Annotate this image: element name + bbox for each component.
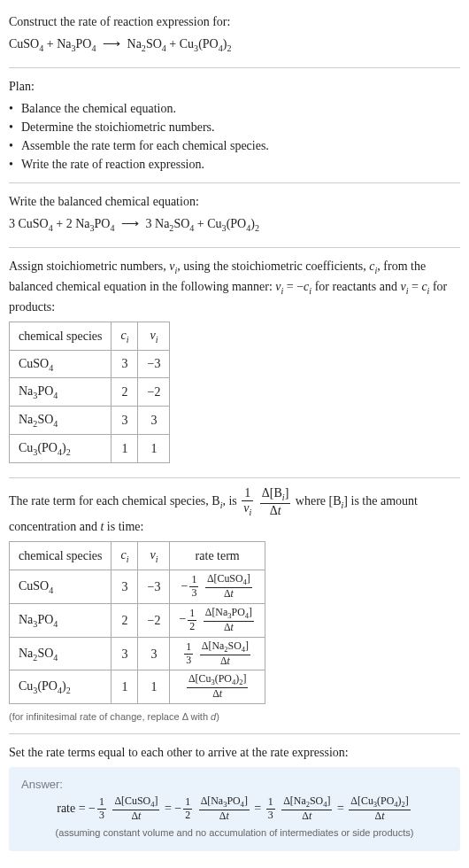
cell-rate: −12 Δ[Na3PO4]Δt xyxy=(170,603,265,637)
table-row: Cu3(PO4)2 1 1 xyxy=(10,435,170,463)
cell-species: CuSO4 xyxy=(10,350,111,378)
answer-expression: rate = −13 Δ[CuSO4]Δt = −12 Δ[Na3PO4]Δt … xyxy=(21,796,448,822)
cell-rate: −13 Δ[CuSO4]Δt xyxy=(170,570,265,603)
divider xyxy=(9,182,460,183)
cell-vi: −3 xyxy=(138,350,170,378)
bullet-icon: • xyxy=(9,118,18,136)
stoich-intro: Assign stoichiometric numbers, νi, using… xyxy=(9,257,460,316)
bullet-icon: • xyxy=(9,136,18,155)
rateterm-intro: The rate term for each chemical species,… xyxy=(9,487,460,536)
answer-box: Answer: rate = −13 Δ[CuSO4]Δt = −12 Δ[Na… xyxy=(9,767,460,851)
col-species: chemical species xyxy=(10,322,111,350)
cell-vi: −2 xyxy=(138,603,170,637)
final-section: Set the rate terms equal to each other t… xyxy=(9,738,460,856)
cell-ci: 3 xyxy=(111,350,138,378)
plan-section: Plan: •Balance the chemical equation. •D… xyxy=(9,72,460,179)
cell-vi: 3 xyxy=(138,407,170,435)
answer-label: Answer: xyxy=(21,776,448,794)
table-row: Na2SO4 3 3 xyxy=(10,407,170,435)
cell-species: CuSO4 xyxy=(10,570,111,603)
divider xyxy=(9,247,460,248)
col-ci: ci xyxy=(111,322,138,350)
plan-item-text: Balance the chemical equation. xyxy=(21,99,176,118)
cell-ci: 3 xyxy=(111,407,138,435)
stoich-table: chemical species ci νi CuSO4 3 −3 Na3PO4… xyxy=(9,322,170,464)
table-row: chemical species ci νi xyxy=(10,322,170,350)
bullet-icon: • xyxy=(9,99,18,118)
table-row: chemical species ci νi rate term xyxy=(10,542,265,570)
final-intro: Set the rate terms equal to each other t… xyxy=(9,743,460,762)
cell-ci: 3 xyxy=(111,637,138,670)
cell-rate: Δ[Cu3(PO4)2]Δt xyxy=(170,670,265,704)
col-rate: rate term xyxy=(170,542,265,570)
cell-ci: 1 xyxy=(111,435,138,463)
problem-equation: CuSO4 + Na3PO4 ⟶ Na2SO4 + Cu3(PO4)2 xyxy=(9,35,460,55)
problem-prompt: Construct the rate of reaction expressio… xyxy=(9,12,460,31)
rate-table: chemical species ci νi rate term CuSO4 3… xyxy=(9,541,265,704)
divider xyxy=(9,67,460,68)
cell-ci: 1 xyxy=(111,670,138,704)
rateterm-section: The rate term for each chemical species,… xyxy=(9,482,460,730)
plan-item-text: Write the rate of reaction expression. xyxy=(21,155,204,174)
balanced-equation: 3 CuSO4 + 2 Na3PO4 ⟶ 3 Na2SO4 + Cu3(PO4)… xyxy=(9,214,460,235)
cell-species: Na2SO4 xyxy=(10,637,111,670)
table-row: CuSO4 3 −3 xyxy=(10,350,170,378)
cell-ci: 3 xyxy=(111,570,138,603)
plan-item: •Balance the chemical equation. xyxy=(9,99,460,118)
stoich-section: Assign stoichiometric numbers, νi, using… xyxy=(9,252,460,474)
cell-species: Cu3(PO4)2 xyxy=(10,670,111,704)
col-ci: ci xyxy=(111,542,138,570)
plan-item-text: Assemble the rate term for each chemical… xyxy=(21,136,269,155)
problem-section: Construct the rate of reaction expressio… xyxy=(9,7,460,64)
balanced-section: Write the balanced chemical equation: 3 … xyxy=(9,187,460,244)
cell-ci: 2 xyxy=(111,603,138,637)
cell-species: Na3PO4 xyxy=(10,603,111,637)
rate-table-note: (for infinitesimal rate of change, repla… xyxy=(9,709,460,725)
cell-vi: 3 xyxy=(138,637,170,670)
cell-vi: −2 xyxy=(138,378,170,407)
cell-species: Cu3(PO4)2 xyxy=(10,435,111,463)
plan-item-text: Determine the stoichiometric numbers. xyxy=(21,118,215,136)
plan-item: •Determine the stoichiometric numbers. xyxy=(9,118,460,136)
cell-vi: 1 xyxy=(138,435,170,463)
answer-note: (assuming constant volume and no accumul… xyxy=(21,825,448,841)
table-row: CuSO4 3 −3 −13 Δ[CuSO4]Δt xyxy=(10,570,265,603)
col-vi: νi xyxy=(138,322,170,350)
plan-item: •Assemble the rate term for each chemica… xyxy=(9,136,460,155)
plan-item: •Write the rate of reaction expression. xyxy=(9,155,460,174)
col-species: chemical species xyxy=(10,542,111,570)
table-row: Na3PO4 2 −2 −12 Δ[Na3PO4]Δt xyxy=(10,603,265,637)
cell-species: Na3PO4 xyxy=(10,378,111,407)
balanced-heading: Write the balanced chemical equation: xyxy=(9,192,460,211)
plan-heading: Plan: xyxy=(9,77,460,96)
col-vi: νi xyxy=(138,542,170,570)
bullet-icon: • xyxy=(9,155,18,174)
table-row: Na3PO4 2 −2 xyxy=(10,378,170,407)
cell-rate: 13 Δ[Na2SO4]Δt xyxy=(170,637,265,670)
plan-list: •Balance the chemical equation. •Determi… xyxy=(9,99,460,174)
divider xyxy=(9,477,460,478)
cell-vi: −3 xyxy=(138,570,170,603)
table-row: Na2SO4 3 3 13 Δ[Na2SO4]Δt xyxy=(10,637,265,670)
cell-species: Na2SO4 xyxy=(10,407,111,435)
cell-vi: 1 xyxy=(138,670,170,704)
cell-ci: 2 xyxy=(111,378,138,407)
divider xyxy=(9,733,460,734)
table-row: Cu3(PO4)2 1 1 Δ[Cu3(PO4)2]Δt xyxy=(10,670,265,704)
